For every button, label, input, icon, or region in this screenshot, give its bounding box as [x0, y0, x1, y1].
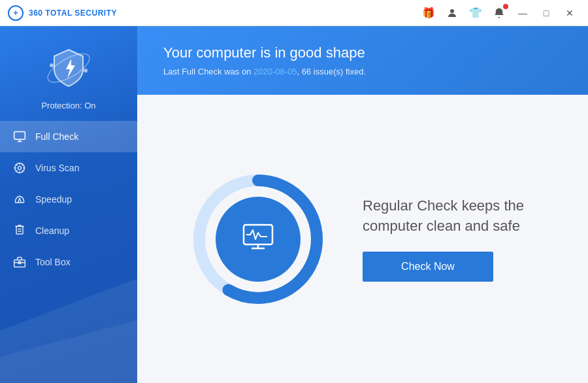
- svg-rect-20: [16, 226, 23, 234]
- svg-point-4: [50, 63, 54, 67]
- subtitle-suffix: , 66 issue(s) fixed.: [297, 67, 367, 76]
- maximize-button[interactable]: □: [536, 3, 557, 24]
- main-layout: Protection: On Full Check: [0, 26, 588, 383]
- sidebar-item-full-check[interactable]: Full Check: [0, 121, 137, 152]
- svg-line-16: [22, 171, 24, 172]
- virus-scan-icon: [13, 161, 26, 175]
- sidebar-item-speedup[interactable]: Speedup: [0, 184, 137, 215]
- sidebar-label-full-check: Full Check: [35, 131, 78, 142]
- monitor-icon: [238, 220, 278, 259]
- donut-chart: [193, 174, 323, 305]
- svg-line-15: [16, 165, 18, 166]
- header-banner: Your computer is in good shape Last Full…: [137, 26, 588, 95]
- sidebar-item-virus-scan[interactable]: Virus Scan: [0, 152, 137, 184]
- titlebar-controls: 🎁 👕 — □ ✕: [418, 3, 580, 24]
- main-content: Regular Check keeps the computer clean a…: [137, 95, 588, 383]
- svg-point-10: [18, 167, 22, 170]
- sidebar-label-virus-scan: Virus Scan: [35, 163, 79, 173]
- minimize-button[interactable]: —: [512, 3, 533, 24]
- shield-container: [42, 42, 95, 94]
- cleanup-icon: [13, 224, 26, 237]
- sidebar: Protection: On Full Check: [0, 26, 137, 383]
- svg-point-5: [84, 69, 88, 73]
- logo-icon: +: [8, 5, 24, 21]
- check-now-button[interactable]: Check Now: [363, 252, 493, 282]
- protection-area: Protection: On: [0, 26, 137, 121]
- donut-center: [216, 197, 301, 282]
- right-panel: Regular Check keeps the computer clean a…: [363, 196, 532, 282]
- svg-line-18: [16, 171, 18, 172]
- shirt-button[interactable]: 👕: [465, 3, 486, 24]
- subtitle-prefix: Last Full Check was on: [163, 67, 253, 76]
- user-icon: [446, 7, 458, 19]
- header-subtitle: Last Full Check was on 2020-08-05, 66 is…: [163, 67, 562, 76]
- svg-point-2: [450, 9, 454, 13]
- svg-text:+: +: [13, 8, 18, 18]
- titlebar: + 360 TOTAL SECURITY 🎁 👕 — □ ✕: [0, 0, 588, 26]
- sidebar-label-speedup: Speedup: [35, 194, 72, 205]
- sidebar-item-toolbox[interactable]: Tool Box: [0, 246, 137, 278]
- notification-badge: [503, 4, 508, 9]
- sidebar-label-cleanup: Cleanup: [35, 225, 69, 236]
- content-area: Your computer is in good shape Last Full…: [137, 26, 588, 383]
- close-button[interactable]: ✕: [559, 3, 580, 24]
- notification-button[interactable]: [489, 3, 510, 24]
- sidebar-label-toolbox: Tool Box: [35, 257, 71, 267]
- user-button[interactable]: [442, 3, 463, 24]
- protection-status: Protection: On: [41, 101, 95, 110]
- full-check-icon: [13, 130, 26, 143]
- header-title: Your computer is in good shape: [163, 44, 562, 61]
- shield-icon: [42, 42, 95, 94]
- notification-icon: [493, 7, 505, 19]
- gift-button[interactable]: 🎁: [418, 3, 439, 24]
- sidebar-item-cleanup[interactable]: Cleanup: [0, 215, 137, 246]
- toolbox-icon: [13, 256, 26, 269]
- svg-rect-6: [14, 132, 25, 140]
- speedup-icon: [13, 193, 26, 206]
- svg-line-17: [22, 165, 24, 166]
- tagline: Regular Check keeps the computer clean a…: [363, 196, 532, 237]
- app-logo: + 360 TOTAL SECURITY: [8, 5, 418, 21]
- logo-text: 360 TOTAL SECURITY: [29, 8, 117, 18]
- last-check-date[interactable]: 2020-08-05: [253, 67, 297, 76]
